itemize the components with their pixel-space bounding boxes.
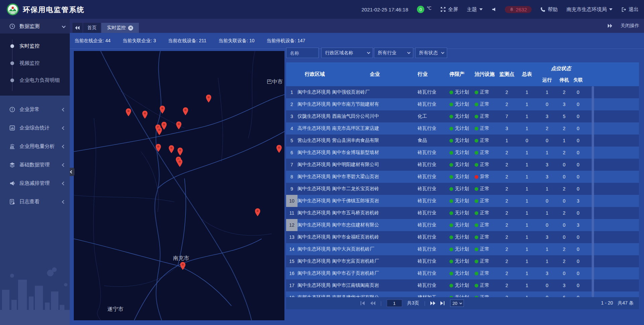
table-row[interactable]: 9 阆中生态环境局 阆中市二龙长宝页岩砖 砖瓦行业 无计划 正常 2 1 1 2… — [286, 183, 639, 195]
map-pin[interactable] — [168, 145, 174, 154]
map-city-label: 南充市 — [173, 255, 189, 262]
col-limit: 停限产 — [449, 62, 475, 86]
map-pin[interactable] — [276, 145, 282, 153]
map-roads — [74, 51, 284, 320]
map-pin[interactable] — [176, 121, 182, 130]
org-menu[interactable]: 南充市生态环境局 — [567, 6, 612, 13]
sidebar-subitem[interactable]: 企业电力负荷明细 — [0, 72, 70, 89]
name-search-input-box — [286, 48, 319, 58]
last-page-button[interactable] — [440, 301, 445, 305]
org-caret-icon — [609, 8, 612, 10]
sound-toggle[interactable] — [491, 7, 496, 12]
layers-icon — [9, 162, 15, 168]
theme-menu[interactable]: 主题 — [467, 6, 483, 13]
table-row[interactable]: 18 南部生态环境局 南部县建华水泥有限公 建材加工 无计划 正常 2 1 0 … — [286, 291, 639, 297]
map-canvas[interactable]: 巴中市南充市遂宁市 — [74, 51, 284, 320]
notification-badge[interactable]: 2632 — [505, 6, 532, 13]
chevron-collapsed-icon — [62, 200, 65, 204]
table-row[interactable]: 10 阆中生态环境局 阆中千佛镇五郎垭页岩 砖瓦行业 无计划 正常 2 1 0 … — [286, 195, 639, 207]
tab-close-icon[interactable]: ✕ — [128, 25, 133, 31]
double-chevron-left-icon — [75, 26, 80, 30]
sidebar-item-alert[interactable]: 企业异常 — [0, 100, 70, 119]
status-stat: 当前失联设备:10 — [218, 38, 254, 44]
col-facility: 治污设施 — [475, 62, 496, 86]
table-row[interactable]: 8 阆中生态环境局 阆中市枣碧大梁山页岩 砖瓦行业 无计划 异常 2 1 3 0… — [286, 171, 639, 183]
log-icon — [9, 199, 15, 205]
table-row[interactable]: 3 仪陇生态环境局 西南油气田分公司川中 化工 无计划 正常 7 1 3 5 0 — [286, 110, 639, 122]
name-search-input[interactable] — [290, 50, 315, 56]
map-pin[interactable] — [177, 147, 183, 156]
total-label: 共47 条 — [618, 300, 634, 306]
next-page-button[interactable] — [430, 301, 435, 305]
map-pin[interactable] — [156, 127, 162, 136]
col-points: 监测点 — [496, 62, 517, 86]
table-row[interactable]: 6 阆中生态环境局 阆中市金博瑞新型墙材 砖瓦行业 无计划 正常 2 1 1 2… — [286, 147, 639, 159]
sidebar: 数据监测 实时监控 视频监控 企业电力负荷明细 企业异常 企业综合统计 企业用电… — [0, 19, 70, 325]
map-pin[interactable] — [180, 262, 186, 270]
table-row[interactable]: 16 阆中生态环境局 阆中市石子页岩机砖厂 砖瓦行业 无计划 正常 2 1 3 … — [286, 267, 639, 279]
table-row[interactable]: 14 阆中生态环境局 阆中大兴页岩机砖厂 砖瓦行业 无计划 正常 2 1 1 2… — [286, 243, 639, 255]
status-stat: 当前失联企业:3 — [122, 38, 156, 44]
map-pin[interactable] — [177, 159, 183, 167]
status-select[interactable]: 所有状态 — [415, 48, 447, 58]
map-pin[interactable] — [155, 144, 161, 152]
bullet-dot-icon — [10, 78, 14, 82]
total-pages-label: 共3页 — [407, 300, 419, 306]
chevron-collapsed-icon — [62, 181, 65, 185]
map-pin[interactable] — [125, 108, 131, 117]
table-row[interactable]: 4 高坪生态环境局 南充市高坪区王家店建 砖瓦行业 无计划 正常 3 1 2 2… — [286, 122, 639, 134]
map-pin[interactable] — [255, 208, 261, 217]
status-stat: 当前在线企业:44 — [74, 38, 110, 44]
table-row[interactable]: 1 阆中生态环境局 阆中强锐页岩砖厂 砖瓦行业 无计划 正常 2 1 1 2 0 — [286, 86, 639, 98]
temperature-unit: ℃ — [427, 6, 432, 11]
first-page-button[interactable] — [361, 301, 365, 305]
tab-home[interactable]: 首页 — [83, 23, 101, 33]
map-city-label: 遂宁市 — [107, 306, 123, 313]
fullscreen-button[interactable]: 全屏 — [440, 6, 458, 13]
col-total: 总表 — [517, 62, 537, 86]
status-summary-bar: 当前在线企业:44当前失联企业:3当前在线设备:211当前失联设备:10当前停机… — [70, 33, 644, 49]
double-chevron-right-icon[interactable] — [608, 24, 612, 28]
chevron-down-icon — [407, 51, 411, 54]
table-row[interactable]: 11 阆中生态环境局 阆中市五马桥页岩机砖 砖瓦行业 无计划 正常 2 1 1 … — [286, 207, 639, 219]
page-number-input[interactable] — [387, 300, 402, 307]
pagination-controls: | 共3页 | 20 — [361, 300, 464, 307]
sidebar-item-horn[interactable]: 应急减排管理 — [0, 174, 70, 193]
table-row[interactable]: 15 阆中生态环境局 阆中市光富页岩机砖厂 砖瓦行业 无计划 正常 2 1 1 … — [286, 255, 639, 267]
table-row[interactable]: 12 阆中生态环境局 阆中市忠信建材有限公 砖瓦行业 无计划 正常 2 1 0 … — [286, 219, 639, 231]
map-pin[interactable] — [206, 94, 212, 103]
sidebar-subitem[interactable]: 视频监控 — [0, 55, 70, 72]
table-row[interactable]: 17 阆中生态环境局 阆中市江南镇阆南页岩 砖瓦行业 无计划 正常 2 1 0 … — [286, 279, 639, 291]
tab-realtime-monitoring[interactable]: 实时监控 ✕ — [101, 23, 139, 33]
table-row[interactable]: 7 阆中生态环境局 阆中明阳建材有限公司 砖瓦行业 无计划 正常 2 1 3 0… — [286, 159, 639, 171]
chevron-collapsed-icon — [62, 126, 65, 130]
table-row[interactable]: 5 营山生态环境局 营山县润丰肉食品有限 食品 无计划 正常 1 0 0 1 0 — [286, 134, 639, 147]
help-button[interactable]: 帮助 — [540, 6, 558, 13]
map-pin[interactable] — [142, 110, 148, 119]
map-pin[interactable] — [159, 105, 165, 114]
sidebar-subitem[interactable]: 实时监控 — [0, 38, 70, 55]
fullscreen-icon — [440, 7, 446, 12]
page-size-select[interactable]: 20 — [450, 300, 464, 307]
sidebar-item-layers[interactable]: 基础数据管理 — [0, 156, 70, 174]
sidebar-item-data-monitoring[interactable]: 数据监测 — [0, 19, 70, 34]
industry-select[interactable]: 所有行业 — [374, 48, 413, 58]
table-row[interactable]: 13 阆中生态环境局 阆中市金福旺页岩机砖 砖瓦行业 无计划 正常 2 1 3 … — [286, 231, 639, 243]
temperature-widget: 0 ℃ — [417, 6, 432, 13]
map-pin[interactable] — [182, 107, 189, 116]
sidebar-item-chart[interactable]: 企业用电量分析 — [0, 137, 70, 156]
close-operations-menu[interactable]: 关闭操作 — [621, 23, 639, 29]
logout-button[interactable]: 退出 — [621, 6, 639, 13]
region-select[interactable]: 行政区域名称 — [321, 48, 373, 58]
bullet-dot-icon — [10, 61, 14, 65]
chevron-down-icon — [62, 24, 65, 28]
prev-page-button[interactable] — [370, 301, 375, 305]
table-row[interactable]: 2 阆中生态环境局 阆中市南方节能建材有 砖瓦行业 无计划 正常 2 1 0 3… — [286, 98, 639, 110]
sidebar-item-log[interactable]: 日志查看 — [0, 193, 70, 211]
gauge-icon — [9, 23, 15, 29]
map-city-label: 巴中市 — [267, 78, 283, 86]
table-scrollbar[interactable] — [592, 86, 594, 297]
sidebar-item-stats[interactable]: 企业综合统计 — [0, 119, 70, 137]
table-body: 1 阆中生态环境局 阆中强锐页岩砖厂 砖瓦行业 无计划 正常 2 1 1 2 0… — [286, 86, 639, 297]
tabs-scroll-left-button[interactable] — [72, 23, 83, 33]
